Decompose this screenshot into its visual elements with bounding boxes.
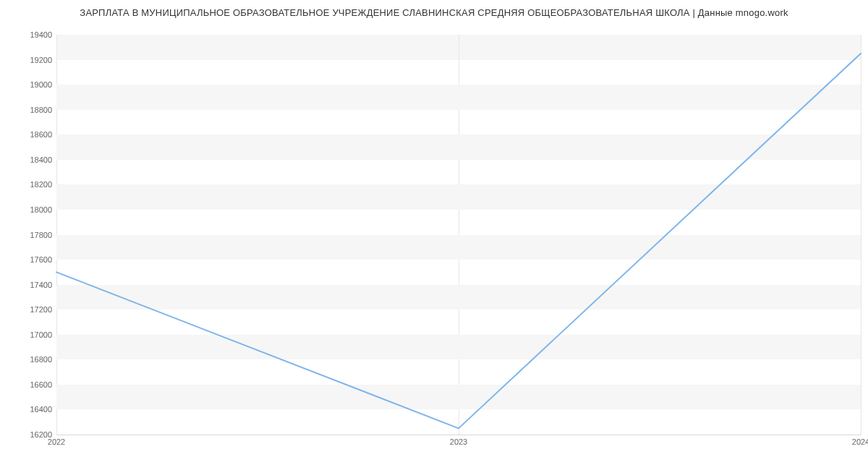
y-tick-label: 17200 <box>6 305 52 314</box>
y-tick-label: 17000 <box>6 330 52 339</box>
chart-container: ЗАРПЛАТА В МУНИЦИПАЛЬНОЕ ОБРАЗОВАТЕЛЬНОЕ… <box>0 0 868 470</box>
line-series <box>56 35 861 435</box>
y-tick-label: 18600 <box>6 130 52 139</box>
y-tick-label: 16600 <box>6 380 52 389</box>
y-tick-label: 16400 <box>6 405 52 414</box>
x-tick-label: 2024 <box>852 437 868 446</box>
series-line <box>56 54 861 428</box>
x-grid-line <box>861 35 861 435</box>
x-tick-label: 2023 <box>450 437 467 446</box>
y-tick-label: 16800 <box>6 355 52 364</box>
y-tick-label: 18800 <box>6 106 52 114</box>
y-tick-label: 19400 <box>6 30 52 39</box>
chart-title: ЗАРПЛАТА В МУНИЦИПАЛЬНОЕ ОБРАЗОВАТЕЛЬНОЕ… <box>0 7 868 18</box>
plot-area <box>56 35 861 435</box>
x-tick-label: 2022 <box>48 437 65 446</box>
y-tick-label: 16200 <box>6 430 52 439</box>
y-tick-label: 18200 <box>6 180 52 189</box>
y-tick-label: 17400 <box>6 281 52 289</box>
y-tick-label: 17800 <box>6 231 52 239</box>
y-tick-label: 19200 <box>6 56 52 64</box>
y-tick-label: 17600 <box>6 255 52 264</box>
y-tick-label: 18400 <box>6 155 52 164</box>
y-tick-label: 19000 <box>6 80 52 89</box>
y-tick-label: 18000 <box>6 205 52 214</box>
